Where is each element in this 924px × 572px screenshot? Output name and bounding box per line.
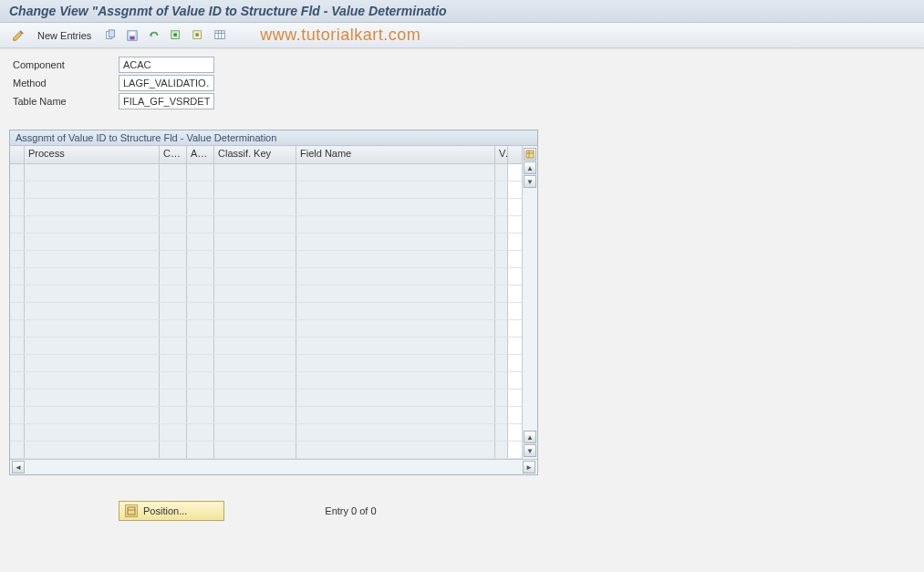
- cell-va[interactable]: [495, 182, 508, 198]
- cell-classif[interactable]: [214, 182, 296, 198]
- vertical-scrollbar[interactable]: ▲ ▼ ▲ ▼: [522, 146, 537, 459]
- cell-classif[interactable]: [214, 164, 296, 181]
- table-row[interactable]: [10, 407, 522, 424]
- cell-va[interactable]: [495, 286, 508, 302]
- table-row[interactable]: [10, 442, 522, 459]
- cell-classif[interactable]: [214, 355, 296, 371]
- cell-co[interactable]: [160, 424, 187, 441]
- row-selector[interactable]: [10, 251, 25, 267]
- cell-process[interactable]: [25, 303, 160, 319]
- cell-ac[interactable]: [187, 199, 214, 215]
- cell-co[interactable]: [160, 372, 187, 389]
- cell-co[interactable]: [160, 320, 187, 337]
- cell-ac[interactable]: [187, 182, 214, 198]
- cell-va[interactable]: [495, 442, 508, 458]
- row-selector[interactable]: [10, 199, 25, 215]
- cell-co[interactable]: [160, 251, 187, 267]
- new-entries-button[interactable]: New Entries: [31, 27, 98, 44]
- cell-classif[interactable]: [214, 390, 296, 406]
- cell-process[interactable]: [25, 216, 160, 233]
- row-selector[interactable]: [10, 303, 25, 319]
- cell-co[interactable]: [160, 199, 187, 215]
- cell-classif[interactable]: [214, 199, 296, 215]
- cell-process[interactable]: [25, 182, 160, 198]
- row-selector[interactable]: [10, 164, 25, 181]
- table-row[interactable]: [10, 424, 522, 442]
- cell-ac[interactable]: [187, 390, 214, 406]
- row-selector[interactable]: [10, 372, 25, 389]
- table-row[interactable]: [10, 216, 522, 234]
- cell-field[interactable]: [296, 251, 495, 267]
- row-selector[interactable]: [10, 320, 25, 337]
- scroll-left-icon[interactable]: ◄: [12, 461, 25, 473]
- cell-process[interactable]: [25, 320, 160, 337]
- cell-co[interactable]: [160, 390, 187, 406]
- col-classif[interactable]: Classif. Key: [214, 146, 296, 163]
- table-row[interactable]: [10, 355, 522, 372]
- cell-ac[interactable]: [187, 424, 214, 441]
- undo-icon[interactable]: [145, 26, 163, 45]
- cell-va[interactable]: [495, 338, 508, 354]
- table-name-field[interactable]: [119, 93, 214, 109]
- cell-field[interactable]: [296, 424, 495, 441]
- cell-co[interactable]: [160, 268, 187, 285]
- row-selector[interactable]: [10, 390, 25, 406]
- col-ac[interactable]: Ac...: [187, 146, 214, 163]
- cell-ac[interactable]: [187, 216, 214, 233]
- row-selector[interactable]: [10, 355, 25, 371]
- table-row[interactable]: [10, 286, 522, 303]
- cell-process[interactable]: [25, 268, 160, 285]
- cell-va[interactable]: [495, 268, 508, 285]
- table-row[interactable]: [10, 234, 522, 251]
- cell-classif[interactable]: [214, 286, 296, 302]
- cell-field[interactable]: [296, 355, 495, 371]
- cell-field[interactable]: [296, 216, 495, 233]
- cell-va[interactable]: [495, 216, 508, 233]
- cell-process[interactable]: [25, 286, 160, 302]
- cell-process[interactable]: [25, 424, 160, 441]
- cell-classif[interactable]: [214, 251, 296, 267]
- col-field[interactable]: Field Name: [296, 146, 495, 163]
- table-row[interactable]: [10, 199, 522, 216]
- col-co[interactable]: Co...: [160, 146, 187, 163]
- cell-co[interactable]: [160, 286, 187, 302]
- cell-field[interactable]: [296, 234, 495, 250]
- table-settings-icon[interactable]: [211, 26, 229, 45]
- cell-classif[interactable]: [214, 216, 296, 233]
- cell-co[interactable]: [160, 355, 187, 371]
- cell-va[interactable]: [495, 251, 508, 267]
- table-row[interactable]: [10, 390, 522, 407]
- row-selector[interactable]: [10, 234, 25, 250]
- scroll-right-icon[interactable]: ►: [523, 461, 535, 473]
- cell-field[interactable]: [296, 286, 495, 302]
- cell-process[interactable]: [25, 407, 160, 423]
- table-row[interactable]: [10, 164, 522, 182]
- row-selector[interactable]: [10, 216, 25, 233]
- cell-ac[interactable]: [187, 303, 214, 319]
- cell-ac[interactable]: [187, 355, 214, 371]
- cell-ac[interactable]: [187, 407, 214, 423]
- cell-process[interactable]: [25, 251, 160, 267]
- cell-classif[interactable]: [214, 320, 296, 337]
- save-icon[interactable]: [123, 26, 141, 45]
- table-row[interactable]: [10, 182, 522, 199]
- cell-va[interactable]: [495, 234, 508, 250]
- cell-process[interactable]: [25, 164, 160, 181]
- cell-ac[interactable]: [187, 320, 214, 337]
- cell-process[interactable]: [25, 372, 160, 389]
- cell-co[interactable]: [160, 442, 187, 458]
- cell-field[interactable]: [296, 338, 495, 354]
- method-field[interactable]: [119, 75, 214, 91]
- cell-classif[interactable]: [214, 268, 296, 285]
- cell-va[interactable]: [495, 320, 508, 337]
- cell-process[interactable]: [25, 442, 160, 458]
- row-selector[interactable]: [10, 182, 25, 198]
- cell-va[interactable]: [495, 355, 508, 371]
- table-row[interactable]: [10, 338, 522, 355]
- cell-va[interactable]: [495, 424, 508, 441]
- table-row[interactable]: [10, 303, 522, 320]
- table-row[interactable]: [10, 251, 522, 268]
- cell-va[interactable]: [495, 199, 508, 215]
- cell-classif[interactable]: [214, 372, 296, 389]
- cell-va[interactable]: [495, 372, 508, 389]
